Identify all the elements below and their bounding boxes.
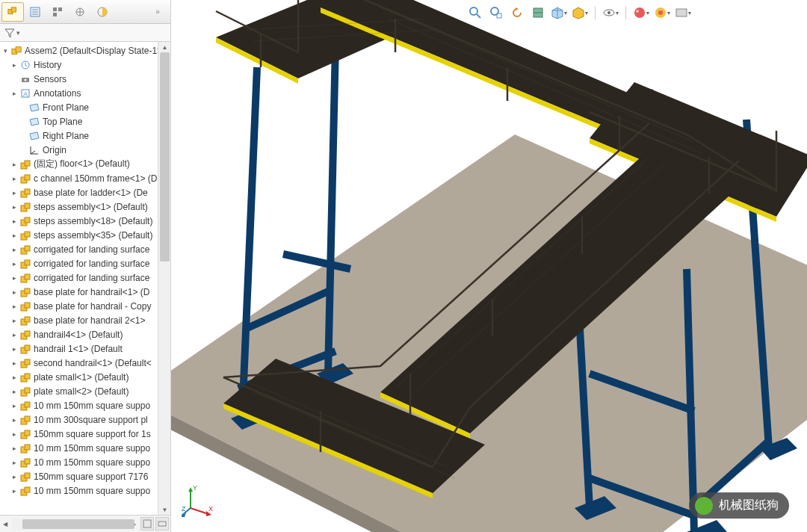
tree-item[interactable]: ▸handrail4<1> (Default) bbox=[0, 327, 170, 341]
tree-item[interactable]: ▸corrigated for landing surface bbox=[0, 270, 170, 285]
tree-item[interactable]: ▸10 mm 300square support pl bbox=[0, 412, 170, 427]
tree-horizontal-scrollbar[interactable] bbox=[12, 518, 127, 531]
tree-item[interactable]: ▸History bbox=[0, 58, 170, 72]
tree-item[interactable]: Sensors bbox=[0, 72, 170, 86]
property-manager-tab[interactable] bbox=[24, 2, 46, 22]
tree-root[interactable]: ▾ Assem2 (Default<Display State-1>) bbox=[0, 43, 170, 58]
tree-item[interactable]: ▸AAnnotations bbox=[0, 86, 170, 100]
expander-icon[interactable]: ▸ bbox=[10, 345, 18, 353]
expander-icon[interactable]: ▸ bbox=[10, 402, 18, 409]
expander-icon[interactable]: ▸ bbox=[10, 288, 18, 296]
tree-item[interactable]: ▸steps assembly<18> (Default) bbox=[0, 214, 170, 228]
tree-item[interactable]: ▸steps assembly<1> (Default) bbox=[0, 200, 170, 214]
tree-item[interactable]: ▸corrigated for landing surface bbox=[0, 256, 170, 270]
expander-icon[interactable]: ▸ bbox=[10, 416, 18, 424]
section-view-icon[interactable] bbox=[530, 4, 546, 21]
model-canvas[interactable] bbox=[171, 0, 807, 532]
expander-icon[interactable] bbox=[10, 75, 18, 83]
expander-icon[interactable] bbox=[19, 118, 27, 126]
reference-triad[interactable]: Y X Z bbox=[182, 484, 214, 517]
configuration-manager-tab[interactable] bbox=[46, 2, 69, 22]
graphics-viewport[interactable]: ▾ ▾ ▾ ▾ ▾ ▾ Y X Z 机械图纸狗 bbox=[171, 0, 807, 532]
previous-view-icon[interactable] bbox=[509, 4, 525, 21]
tree-item[interactable]: Right Plane bbox=[0, 129, 170, 143]
scroll-down-arrow[interactable]: ▼ bbox=[158, 504, 170, 515]
svg-rect-57 bbox=[25, 374, 30, 379]
tree-item[interactable]: ▸150mm square support 7176 bbox=[0, 469, 170, 483]
tree-item[interactable]: ▸plate small<1> (Default) bbox=[0, 370, 170, 384]
expander-icon[interactable]: ▸ bbox=[10, 203, 18, 211]
tree-item[interactable]: ▸second handrail<1> (Default< bbox=[0, 356, 170, 370]
tree-item[interactable]: ▸corrigated for landing surface bbox=[0, 242, 170, 256]
expander-icon[interactable]: ▸ bbox=[10, 232, 18, 239]
expander-icon[interactable] bbox=[19, 132, 27, 140]
scroll-thumb[interactable] bbox=[160, 52, 170, 262]
scroll-up-arrow[interactable]: ▲ bbox=[158, 42, 170, 52]
expander-icon[interactable]: ▸ bbox=[10, 90, 18, 97]
expander-icon[interactable]: ▸ bbox=[10, 331, 18, 338]
expander-icon[interactable]: ▸ bbox=[10, 175, 18, 182]
expander-icon[interactable]: ▸ bbox=[10, 317, 18, 324]
filter-icon[interactable] bbox=[4, 28, 15, 38]
expander-icon[interactable]: ▸ bbox=[10, 459, 18, 466]
view-settings-icon[interactable]: ▾ bbox=[675, 4, 691, 21]
expander-icon[interactable]: ▸ bbox=[10, 487, 18, 495]
expander-icon[interactable]: ▸ bbox=[10, 388, 18, 395]
expander-icon[interactable]: ▸ bbox=[10, 473, 18, 480]
tree-item[interactable]: ▸base plate for handrail<1> (D bbox=[0, 285, 170, 299]
expander-icon[interactable]: ▸ bbox=[10, 189, 18, 197]
tree-item[interactable]: ▸handrail 1<1> (Default bbox=[0, 341, 170, 356]
expander-icon[interactable]: ▸ bbox=[10, 274, 18, 282]
tree-item[interactable]: ▸(固定) floor<1> (Default) bbox=[0, 157, 170, 171]
apply-scene-icon[interactable]: ▾ bbox=[654, 4, 670, 21]
origin-icon bbox=[28, 144, 40, 156]
tree-item[interactable]: Origin bbox=[0, 143, 170, 157]
tree-item[interactable]: ▸base plate for handrail 2<1> bbox=[0, 313, 170, 327]
scroll-thumb-h[interactable] bbox=[22, 519, 134, 529]
expander-icon[interactable] bbox=[19, 146, 27, 154]
expander-icon[interactable]: ▸ bbox=[10, 246, 18, 253]
expander-icon[interactable]: ▸ bbox=[10, 359, 18, 367]
edit-appearance-icon[interactable]: ▾ bbox=[633, 4, 649, 21]
tree-item[interactable]: ▸base plate for ladder<1> (De bbox=[0, 185, 170, 200]
tree-item[interactable]: ▸steps assembly<35> (Default) bbox=[0, 228, 170, 242]
tree-item-label: History bbox=[34, 60, 61, 70]
display-style-icon[interactable]: ▾ bbox=[572, 4, 588, 21]
expander-icon[interactable] bbox=[19, 104, 27, 111]
tree-vertical-scrollbar[interactable]: ▲ ▼ bbox=[158, 42, 170, 515]
hide-show-icon[interactable]: ▾ bbox=[602, 4, 619, 21]
motion-study-tab[interactable] bbox=[155, 517, 169, 531]
feature-manager-tab[interactable] bbox=[1, 2, 24, 22]
expander-icon[interactable]: ▸ bbox=[10, 161, 18, 168]
dimxpert-manager-tab[interactable] bbox=[69, 2, 91, 22]
part-icon bbox=[19, 244, 31, 256]
tree-item[interactable]: ▸base plate for handrail - Copy bbox=[0, 299, 170, 313]
tree-item[interactable]: ▸10 mm 150mm square suppo bbox=[0, 455, 170, 469]
zoom-to-fit-icon[interactable] bbox=[467, 4, 483, 21]
filter-dropdown-arrow[interactable]: ▾ bbox=[16, 29, 20, 37]
expander-icon[interactable]: ▸ bbox=[10, 430, 18, 438]
tree-item[interactable]: ▸c channel 150mm frame<1> (D bbox=[0, 171, 170, 185]
model-tab[interactable] bbox=[140, 517, 154, 531]
zoom-area-icon[interactable] bbox=[488, 4, 504, 21]
expander-icon[interactable]: ▸ bbox=[10, 217, 18, 225]
expander-icon[interactable]: ▸ bbox=[10, 303, 18, 310]
display-manager-tab[interactable] bbox=[91, 2, 114, 22]
tree-item[interactable]: ▸10 mm 150mm square suppo bbox=[0, 398, 170, 412]
expander-icon[interactable]: ▸ bbox=[10, 61, 18, 69]
expander-icon[interactable]: ▸ bbox=[10, 445, 18, 452]
view-orientation-icon[interactable]: ▾ bbox=[551, 4, 567, 21]
feature-tree[interactable]: ▾ Assem2 (Default<Display State-1>) ▸His… bbox=[0, 42, 170, 515]
panel-split-button[interactable]: » bbox=[146, 2, 169, 22]
tree-item[interactable]: ▸10 mm 150mm square suppo bbox=[0, 483, 170, 498]
tree-item[interactable]: Front Plane bbox=[0, 100, 170, 114]
tree-item-label: 10 mm 150mm square suppo bbox=[34, 457, 150, 468]
scroll-left-arrow[interactable]: ◀ bbox=[0, 519, 10, 529]
tree-item[interactable]: ▸10 mm 150mm square suppo bbox=[0, 441, 170, 455]
tree-item[interactable]: ▸plate small<2> (Default) bbox=[0, 384, 170, 398]
tree-item[interactable]: Top Plane bbox=[0, 114, 170, 129]
expander-icon[interactable]: ▾ bbox=[1, 47, 9, 55]
expander-icon[interactable]: ▸ bbox=[10, 260, 18, 267]
tree-item[interactable]: ▸150mm square support for 1s bbox=[0, 427, 170, 441]
expander-icon[interactable]: ▸ bbox=[10, 374, 18, 381]
